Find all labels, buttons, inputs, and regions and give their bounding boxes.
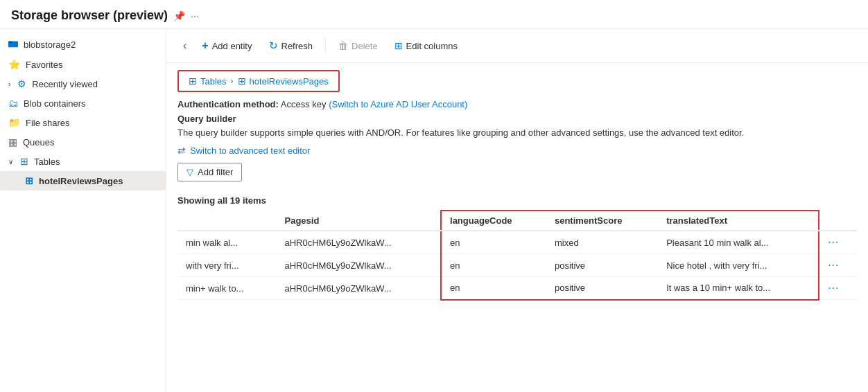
- table-row: with very fri... aHR0cHM6Ly9oZWlkaW... e…: [177, 254, 857, 277]
- delete-icon: 🗑: [338, 40, 348, 51]
- delete-button[interactable]: 🗑 Delete: [331, 37, 385, 55]
- more-icon[interactable]: ···: [191, 10, 199, 21]
- table-row: min+ walk to... aHR0cHM6Ly9oZWlkaW... en…: [177, 277, 857, 300]
- breadcrumb-hotelreviews[interactable]: ⊞ hotelReviewsPages: [238, 75, 329, 87]
- cell-sentimentscore-2: positive: [546, 277, 658, 300]
- sidebar-item-file-shares[interactable]: 📁 File shares: [0, 113, 166, 132]
- col-header-actions: [819, 211, 857, 231]
- breadcrumb-tables-icon: ⊞: [189, 75, 197, 87]
- showing-text: Showing all 19 items: [166, 191, 868, 210]
- sidebar-item-blobstorage2[interactable]: blobstorage2: [0, 35, 166, 55]
- sidebar-item-hotelreviews[interactable]: ⊞ hotelReviewsPages: [0, 171, 166, 190]
- cell-actions-1[interactable]: ···: [819, 254, 857, 277]
- table-row: min walk al... aHR0cHM6Ly9oZWlkaW... en …: [177, 231, 857, 254]
- blob-icon: 🗂: [8, 98, 18, 109]
- folder-icon: [8, 39, 18, 51]
- refresh-button[interactable]: ↻ Refresh: [262, 36, 320, 55]
- row-more-button-2[interactable]: ···: [828, 282, 839, 294]
- table-wrapper: Pagesid languageCode sentimentScore tran…: [177, 210, 857, 301]
- fileshare-icon: 📁: [8, 117, 20, 128]
- filter-icon: ▽: [186, 167, 193, 177]
- row-more-button-0[interactable]: ···: [828, 236, 839, 248]
- top-bar: Storage browser (preview) 📌 ···: [0, 0, 868, 29]
- auth-label: Authentication method:: [177, 99, 279, 109]
- cell-translatedtext-1: Nice hotel , with very fri...: [658, 254, 819, 277]
- sidebar-item-recently-viewed[interactable]: › ⚙ Recently viewed: [0, 74, 166, 93]
- chevron-right-icon: ›: [8, 80, 10, 88]
- sidebar-label-file-shares: File shares: [26, 118, 70, 128]
- row-more-button-1[interactable]: ···: [828, 259, 839, 271]
- sidebar-item-favorites[interactable]: ⭐ Favorites: [0, 55, 166, 74]
- edit-columns-label: Edit columns: [406, 41, 458, 51]
- sidebar-label-tables: Tables: [34, 157, 60, 167]
- table-icon: ⊞: [20, 156, 28, 167]
- breadcrumb-tables[interactable]: ⊞ Tables: [189, 75, 227, 87]
- switch-editor-label: Switch to advanced text editor: [190, 145, 310, 156]
- col-header-sentimentscore[interactable]: sentimentScore: [546, 211, 658, 231]
- switch-editor-icon: ⇄: [177, 145, 186, 156]
- cell-sentimentscore-1: positive: [546, 254, 658, 277]
- table-header-row: Pagesid languageCode sentimentScore tran…: [177, 211, 857, 231]
- sidebar-label-favorites: Favorites: [26, 60, 62, 70]
- col-header-pagesid[interactable]: Pagesid: [277, 211, 442, 231]
- gear-icon: ⚙: [17, 78, 26, 89]
- breadcrumb-tables-label: Tables: [200, 76, 227, 87]
- sidebar-label-hotelreviews: hotelReviewsPages: [39, 176, 123, 186]
- collapse-sidebar-button[interactable]: ‹: [177, 37, 192, 55]
- cell-pagesid-1: aHR0cHM6Ly9oZWlkaW...: [277, 254, 442, 277]
- sidebar-item-blob-containers[interactable]: 🗂 Blob containers: [0, 93, 166, 113]
- sidebar-label-blobstorage2: blobstorage2: [24, 39, 76, 50]
- sidebar-label-queues: Queues: [23, 137, 55, 148]
- col-header-translatedtext[interactable]: translatedText: [658, 211, 819, 231]
- query-description: The query builder supports simple querie…: [177, 127, 857, 139]
- cell-languagecode-2: en: [441, 277, 546, 300]
- table-icon-child: ⊞: [25, 175, 33, 186]
- queue-icon: ▦: [8, 136, 17, 148]
- edit-columns-icon: ⊞: [394, 40, 403, 51]
- auth-switch-link[interactable]: (Switch to Azure AD User Account): [329, 99, 467, 109]
- cell-translatedtext-0: Pleasant 10 min walk al...: [658, 231, 819, 254]
- cell-languagecode-1: en: [441, 254, 546, 277]
- auth-value: Access key: [281, 99, 327, 109]
- add-entity-label: Add entity: [212, 41, 252, 51]
- sidebar-item-queues[interactable]: ▦ Queues: [0, 132, 166, 152]
- auth-line: Authentication method: Access key (Switc…: [177, 99, 857, 109]
- page-title: Storage browser (preview): [11, 8, 168, 23]
- edit-columns-button[interactable]: ⊞ Edit columns: [388, 37, 465, 55]
- toolbar-separator: [325, 37, 326, 54]
- svg-rect-1: [8, 42, 12, 44]
- breadcrumb-hotelreviews-icon: ⊞: [238, 75, 246, 87]
- add-filter-label: Add filter: [198, 167, 233, 177]
- cell-partitionkey-0: min walk al...: [177, 231, 277, 254]
- cell-actions-2[interactable]: ···: [819, 277, 857, 300]
- breadcrumb-separator: ›: [231, 76, 234, 86]
- col-header-languagecode[interactable]: languageCode: [441, 211, 546, 231]
- add-entity-button[interactable]: + Add entity: [195, 36, 259, 55]
- col-header-partitionkey[interactable]: [177, 211, 277, 231]
- pin-icon[interactable]: 📌: [173, 10, 185, 21]
- breadcrumb: ⊞ Tables › ⊞ hotelReviewsPages: [177, 70, 340, 92]
- sidebar-item-tables[interactable]: ∨ ⊞ Tables: [0, 152, 166, 171]
- cell-partitionkey-2: min+ walk to...: [177, 277, 277, 300]
- cell-pagesid-0: aHR0cHM6Ly9oZWlkaW...: [277, 231, 442, 254]
- cell-sentimentscore-0: mixed: [546, 231, 658, 254]
- cell-pagesid-2: aHR0cHM6Ly9oZWlkaW...: [277, 277, 442, 300]
- delete-label: Delete: [351, 41, 378, 51]
- chevron-down-icon: ∨: [8, 158, 13, 166]
- query-builder-label: Query builder: [177, 114, 857, 124]
- sidebar-label-blob-containers: Blob containers: [24, 98, 86, 109]
- data-table: Pagesid languageCode sentimentScore tran…: [177, 210, 857, 301]
- main-layout: blobstorage2 ⭐ Favorites › ⚙ Recently vi…: [0, 29, 868, 392]
- content-area: ‹ + Add entity ↻ Refresh 🗑 Delete ⊞ Edit…: [166, 29, 868, 392]
- add-entity-icon: +: [202, 39, 208, 52]
- refresh-label: Refresh: [281, 41, 313, 51]
- breadcrumb-hotelreviews-label: hotelReviewsPages: [250, 76, 329, 87]
- refresh-icon: ↻: [269, 39, 278, 52]
- cell-actions-0[interactable]: ···: [819, 231, 857, 254]
- cell-translatedtext-2: It was a 10 min+ walk to...: [658, 277, 819, 300]
- sidebar-label-recently-viewed: Recently viewed: [32, 79, 98, 89]
- switch-editor-link[interactable]: ⇄ Switch to advanced text editor: [177, 145, 857, 156]
- toolbar: ‹ + Add entity ↻ Refresh 🗑 Delete ⊞ Edit…: [166, 29, 868, 63]
- cell-languagecode-0: en: [441, 231, 546, 254]
- add-filter-button[interactable]: ▽ Add filter: [177, 163, 242, 181]
